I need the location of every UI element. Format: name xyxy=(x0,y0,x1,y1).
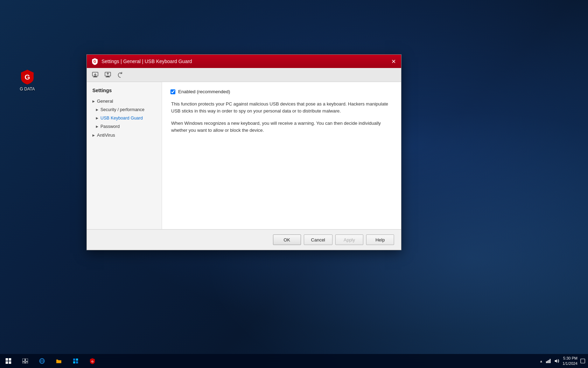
internet-explorer-button[interactable] xyxy=(34,354,50,368)
svg-rect-16 xyxy=(22,362,25,363)
title-bar: G Settings | General | USB Keyboard Guar… xyxy=(87,55,401,68)
description-paragraph-2: When Windows recognizes a new keyboard, … xyxy=(170,120,393,134)
notification-icon[interactable] xyxy=(580,359,585,363)
start-button[interactable] xyxy=(0,354,17,368)
svg-rect-29 xyxy=(550,359,551,363)
sidebar-item-usb-keyboard-guard[interactable]: ▶ USB Keyboard Guard xyxy=(87,114,162,122)
enabled-checkbox[interactable] xyxy=(170,89,175,94)
cancel-button[interactable]: Cancel xyxy=(304,234,332,245)
sidebar-label-antivirus: AntiVirus xyxy=(97,132,115,138)
dialog-body: Settings ▶ General ▶ Security / performa… xyxy=(87,82,401,229)
enabled-checkbox-label[interactable]: Enabled (recommended) xyxy=(178,89,230,94)
sidebar-title: Settings xyxy=(87,86,162,97)
gdata-logo-icon: G xyxy=(91,57,99,65)
svg-rect-22 xyxy=(76,359,78,361)
svg-rect-30 xyxy=(581,359,585,363)
sidebar-item-antivirus[interactable]: ▶ AntiVirus xyxy=(87,131,162,139)
ok-button[interactable]: OK xyxy=(273,234,301,245)
general-arrow-icon: ▶ xyxy=(92,100,95,103)
task-view-button[interactable] xyxy=(17,354,34,368)
sidebar-item-security-performance[interactable]: ▶ Security / performance xyxy=(87,105,162,114)
apply-button[interactable]: Apply xyxy=(335,234,363,245)
upload-toolbar-btn[interactable] xyxy=(102,70,113,80)
content-area: Enabled (recommended) This function prot… xyxy=(162,82,401,229)
gdata-icon-label: G DATA xyxy=(20,87,35,91)
sidebar-item-password[interactable]: ▶ Password xyxy=(87,122,162,131)
sidebar-label-password: Password xyxy=(100,124,120,129)
svg-rect-7 xyxy=(106,76,109,77)
store-button[interactable] xyxy=(67,354,84,368)
svg-rect-3 xyxy=(94,76,97,77)
settings-dialog: G Settings | General | USB Keyboard Guar… xyxy=(86,54,401,250)
toolbar xyxy=(87,68,401,82)
svg-text:G: G xyxy=(91,360,93,363)
antivirus-arrow-icon: ▶ xyxy=(92,134,95,137)
refresh-toolbar-btn[interactable] xyxy=(115,70,126,80)
dialog-footer: OK Cancel Apply Help xyxy=(87,229,401,250)
security-arrow-icon: ▶ xyxy=(96,108,98,111)
svg-rect-26 xyxy=(546,361,547,363)
gdata-desktop-icon[interactable]: G G DATA xyxy=(13,68,41,91)
sidebar-label-general: General xyxy=(97,98,113,104)
gdata-icon: G xyxy=(19,68,36,85)
tray-expand-icon[interactable]: ▲ xyxy=(539,359,543,363)
download-toolbar-btn[interactable] xyxy=(90,70,101,80)
help-button[interactable]: Help xyxy=(366,234,394,245)
window-title: Settings | General | USB Keyboard Guard xyxy=(102,59,388,64)
svg-rect-14 xyxy=(22,359,25,361)
system-tray: ▲ 5:30 PM 1/1/2024 xyxy=(539,356,588,367)
svg-rect-4 xyxy=(93,77,97,77)
taskbar-time-display: 5:30 PM xyxy=(562,356,578,361)
sidebar-label-usb: USB Keyboard Guard xyxy=(100,116,143,121)
svg-rect-23 xyxy=(73,361,75,363)
gdata-taskbar-button[interactable]: G xyxy=(84,354,101,368)
network-icon xyxy=(546,359,551,363)
sidebar: Settings ▶ General ▶ Security / performa… xyxy=(87,82,162,229)
svg-rect-11 xyxy=(9,358,11,361)
svg-rect-27 xyxy=(547,361,548,363)
password-arrow-icon: ▶ xyxy=(96,125,98,128)
svg-rect-17 xyxy=(26,362,28,363)
enabled-checkbox-row: Enabled (recommended) xyxy=(170,89,393,94)
svg-rect-8 xyxy=(106,77,110,77)
svg-rect-10 xyxy=(6,358,8,361)
taskbar-clock[interactable]: 5:30 PM 1/1/2024 xyxy=(562,356,578,367)
svg-text:G: G xyxy=(93,60,96,63)
taskbar-date-display: 1/1/2024 xyxy=(562,361,578,366)
svg-rect-24 xyxy=(76,361,78,363)
svg-rect-12 xyxy=(6,361,8,364)
desktop: G G DATA G Settings | General | USB Keyb… xyxy=(0,0,588,368)
svg-rect-13 xyxy=(9,361,11,364)
volume-icon xyxy=(554,359,560,363)
file-explorer-button[interactable] xyxy=(50,354,67,368)
svg-text:G: G xyxy=(24,73,30,81)
svg-rect-28 xyxy=(548,360,550,363)
svg-rect-21 xyxy=(73,359,75,361)
svg-rect-15 xyxy=(26,359,28,361)
sidebar-item-general[interactable]: ▶ General xyxy=(87,97,162,105)
close-button[interactable]: ✕ xyxy=(388,56,398,66)
usb-arrow-icon: ▶ xyxy=(96,116,98,120)
taskbar: G ▲ 5:30 PM 1/1/2024 xyxy=(0,354,588,368)
sidebar-label-security: Security / performance xyxy=(100,107,145,112)
description-paragraph-1: This function protects your PC against m… xyxy=(170,101,393,114)
